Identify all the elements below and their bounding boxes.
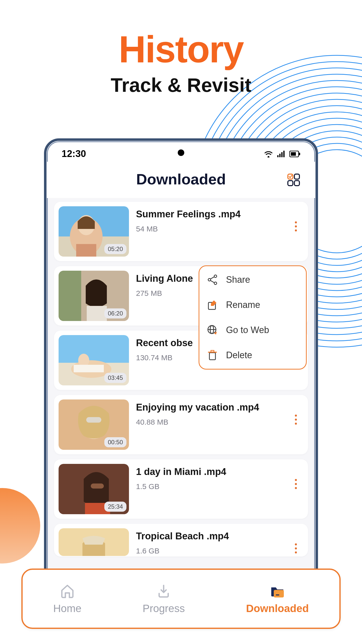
duration-badge: 05:20	[104, 244, 126, 254]
wifi-icon	[264, 150, 273, 157]
status-bar: 12:30	[47, 141, 315, 162]
menu-item-go-to-web[interactable]: Go to Web	[206, 324, 299, 336]
svg-rect-63	[274, 590, 284, 597]
svg-rect-17	[279, 154, 281, 157]
nav-item-downloaded[interactable]: Downloaded	[246, 583, 309, 615]
camera-dot	[178, 149, 184, 156]
folder-icon	[269, 583, 285, 599]
svg-point-53	[214, 282, 217, 285]
nav-item-progress[interactable]: Progress	[143, 583, 185, 615]
item-size: 54 MB	[136, 225, 284, 233]
list-item[interactable]: 05:20 Summer Feelings .mp4 54 MB	[54, 202, 308, 261]
svg-point-52	[214, 275, 217, 277]
item-size: 1.6 GB	[136, 547, 284, 555]
more-menu-button[interactable]	[291, 206, 301, 231]
more-menu-button[interactable]	[291, 464, 301, 489]
phone-frame: 12:30 Downloaded 05:20 Summer Feelings .…	[44, 138, 318, 629]
nav-label: Home	[53, 602, 81, 615]
svg-rect-16	[277, 155, 279, 157]
list-item[interactable]: Tropical Beach .mp4 1.6 GB	[54, 524, 308, 556]
duration-badge: 06:20	[104, 308, 126, 318]
menu-label: Go to Web	[226, 325, 269, 335]
more-menu-button[interactable]	[291, 528, 301, 553]
promo-subtitle: Track & Revisit	[0, 74, 362, 97]
video-thumbnail[interactable]: 06:20	[59, 271, 129, 321]
menu-label: Rename	[226, 300, 260, 310]
svg-rect-30	[76, 244, 96, 257]
context-menu: Share Rename Go to Web Delete	[199, 265, 307, 370]
svg-rect-60	[209, 353, 215, 360]
globe-icon	[206, 324, 218, 336]
duration-badge: 03:45	[104, 373, 126, 383]
svg-rect-35	[87, 306, 107, 321]
video-thumbnail[interactable]: 25:34	[59, 464, 129, 514]
video-thumbnail[interactable]	[59, 528, 129, 556]
svg-rect-19	[283, 151, 285, 157]
status-time: 12:30	[62, 148, 86, 159]
menu-item-delete[interactable]: Delete	[206, 349, 299, 361]
svg-rect-33	[59, 271, 81, 321]
menu-item-rename[interactable]: Rename	[206, 299, 299, 311]
menu-label: Delete	[226, 350, 252, 360]
nav-item-home[interactable]: Home	[53, 583, 81, 615]
svg-rect-46	[91, 484, 104, 489]
svg-line-54	[210, 277, 214, 279]
svg-line-55	[210, 280, 214, 283]
more-menu-button[interactable]	[291, 399, 301, 425]
menu-item-share[interactable]: Share	[206, 274, 299, 286]
item-title: Tropical Beach .mp4	[136, 531, 284, 542]
grid-view-toggle-icon[interactable]	[287, 173, 300, 187]
screen-title: Downloaded	[136, 171, 226, 188]
svg-rect-40	[74, 365, 104, 372]
svg-rect-43	[86, 417, 101, 423]
item-size: 1.5 GB	[136, 482, 284, 491]
svg-point-51	[208, 278, 211, 281]
item-title: 1 day in Miami .mp4	[136, 466, 284, 477]
svg-rect-22	[299, 153, 300, 155]
download-icon	[156, 583, 172, 599]
video-thumbnail[interactable]: 03:45	[59, 335, 129, 385]
menu-label: Share	[226, 274, 250, 285]
home-icon	[59, 583, 75, 599]
video-thumbnail[interactable]: 00:50	[59, 399, 129, 450]
item-size: 40.88 MB	[136, 418, 284, 426]
promo-title: History	[0, 28, 362, 71]
svg-rect-64	[276, 594, 279, 595]
svg-rect-36	[59, 335, 129, 363]
signal-icon	[277, 151, 285, 157]
duration-badge: 25:34	[104, 502, 126, 512]
item-title: Enjoying my vacation .mp4	[136, 402, 284, 413]
nav-label: Downloaded	[246, 602, 309, 615]
battery-icon	[289, 151, 300, 157]
item-title: Summer Feelings .mp4	[136, 209, 284, 220]
bottom-navigation: Home Progress Downloaded	[21, 569, 341, 629]
decorative-orange-blob	[0, 488, 40, 564]
svg-rect-18	[281, 152, 283, 157]
list-item[interactable]: 00:50 Enjoying my vacation .mp4 40.88 MB	[54, 395, 308, 454]
share-icon	[206, 274, 218, 286]
nav-label: Progress	[143, 602, 185, 615]
downloaded-list: 05:20 Summer Feelings .mp4 54 MB 06:20 L…	[47, 198, 315, 560]
svg-rect-26	[294, 181, 299, 186]
svg-rect-24	[294, 174, 299, 179]
trash-icon	[206, 349, 218, 361]
video-thumbnail[interactable]: 05:20	[59, 206, 129, 257]
svg-rect-25	[288, 181, 293, 186]
svg-rect-62	[211, 350, 214, 352]
list-item[interactable]: 25:34 1 day in Miami .mp4 1.5 GB	[54, 459, 308, 519]
svg-rect-21	[291, 152, 296, 156]
rename-icon	[206, 299, 218, 311]
duration-badge: 00:50	[104, 437, 126, 447]
